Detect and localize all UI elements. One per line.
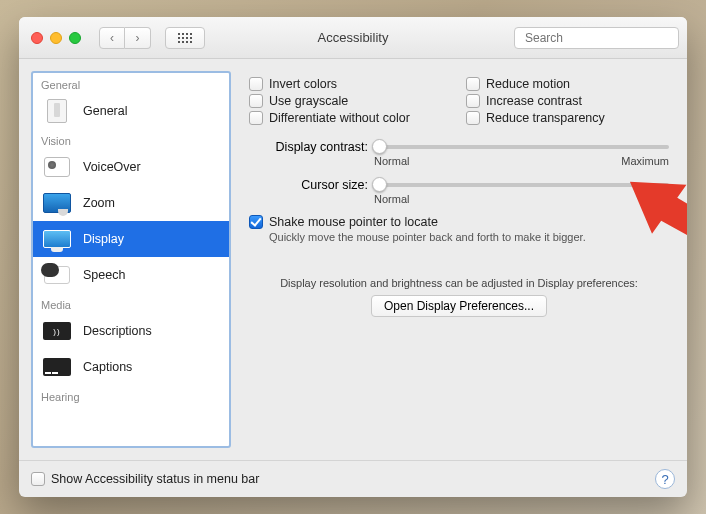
sidebar-item-label: Descriptions <box>83 324 152 338</box>
sidebar-item-label: General <box>83 104 127 118</box>
sidebar-item-label: Captions <box>83 360 132 374</box>
back-button[interactable]: ‹ <box>99 27 125 49</box>
checkbox-label: Increase contrast <box>486 94 582 108</box>
forward-button[interactable]: › <box>125 27 151 49</box>
cursor-size-slider[interactable] <box>374 183 669 187</box>
descriptions-icon: )) <box>43 322 71 340</box>
slider-min-label: Normal <box>374 155 409 167</box>
speech-icon <box>44 266 70 284</box>
shake-pointer-hint: Quickly move the mouse pointer back and … <box>269 231 669 243</box>
show-all-button[interactable] <box>165 27 205 49</box>
cursor-size-label: Cursor size: <box>249 177 374 192</box>
checkbox-label: Reduce motion <box>486 77 570 91</box>
help-button[interactable]: ? <box>655 469 675 489</box>
group-label-general: General <box>33 73 229 93</box>
content-pane: Invert colors Reduce motion Use grayscal… <box>243 71 675 448</box>
group-label-media: Media <box>33 293 229 313</box>
display-contrast-slider[interactable] <box>374 145 669 149</box>
zoom-icon <box>43 193 71 213</box>
shake-pointer-checkbox[interactable]: Shake mouse pointer to locate <box>249 215 669 229</box>
reduce-transparency-checkbox[interactable]: Reduce transparency <box>466 111 669 125</box>
display-prefs-note: Display resolution and brightness can be… <box>249 277 669 289</box>
window-controls <box>31 32 81 44</box>
show-status-checkbox[interactable]: Show Accessibility status in menu bar <box>31 472 259 486</box>
nav-back-forward: ‹ › <box>99 27 151 49</box>
minimize-window-button[interactable] <box>50 32 62 44</box>
bottom-bar: Show Accessibility status in menu bar ? <box>19 460 687 497</box>
sidebar-item-label: Zoom <box>83 196 115 210</box>
zoom-window-button[interactable] <box>69 32 81 44</box>
accessibility-window: ‹ › Accessibility General General Vision… <box>19 17 687 497</box>
sidebar-item-display[interactable]: Display <box>33 221 229 257</box>
checkbox-label: Use grayscale <box>269 94 348 108</box>
sidebar-item-zoom[interactable]: Zoom <box>33 185 229 221</box>
slider-max-label: Maximum <box>621 155 669 167</box>
category-sidebar: General General Vision VoiceOver Zoom Di… <box>31 71 231 448</box>
sidebar-item-captions[interactable]: Captions <box>33 349 229 385</box>
differentiate-checkbox[interactable]: Differentiate without color <box>249 111 452 125</box>
sidebar-item-label: Speech <box>83 268 125 282</box>
checkbox-label: Reduce transparency <box>486 111 605 125</box>
display-icon <box>43 230 71 248</box>
checkbox-label: Invert colors <box>269 77 337 91</box>
checkbox-label: Show Accessibility status in menu bar <box>51 472 259 486</box>
sidebar-item-descriptions[interactable]: )) Descriptions <box>33 313 229 349</box>
general-icon <box>47 99 67 123</box>
checkbox-label: Shake mouse pointer to locate <box>269 215 438 229</box>
group-label-vision: Vision <box>33 129 229 149</box>
group-label-hearing: Hearing <box>33 385 229 405</box>
sidebar-item-general[interactable]: General <box>33 93 229 129</box>
titlebar: ‹ › Accessibility <box>19 17 687 59</box>
captions-icon <box>43 358 71 376</box>
sidebar-item-voiceover[interactable]: VoiceOver <box>33 149 229 185</box>
checkbox-label: Differentiate without color <box>269 111 410 125</box>
sidebar-item-speech[interactable]: Speech <box>33 257 229 293</box>
open-display-preferences-button[interactable]: Open Display Preferences... <box>371 295 547 317</box>
display-contrast-label: Display contrast: <box>249 139 374 154</box>
sidebar-item-label: VoiceOver <box>83 160 141 174</box>
slider-max-label: Large <box>641 193 669 205</box>
reduce-motion-checkbox[interactable]: Reduce motion <box>466 77 669 91</box>
increase-contrast-checkbox[interactable]: Increase contrast <box>466 94 669 108</box>
search-field[interactable] <box>514 27 679 49</box>
slider-min-label: Normal <box>374 193 409 205</box>
sidebar-item-label: Display <box>83 232 124 246</box>
search-input[interactable] <box>525 31 675 45</box>
close-window-button[interactable] <box>31 32 43 44</box>
invert-colors-checkbox[interactable]: Invert colors <box>249 77 452 91</box>
use-grayscale-checkbox[interactable]: Use grayscale <box>249 94 452 108</box>
voiceover-icon <box>44 157 70 177</box>
